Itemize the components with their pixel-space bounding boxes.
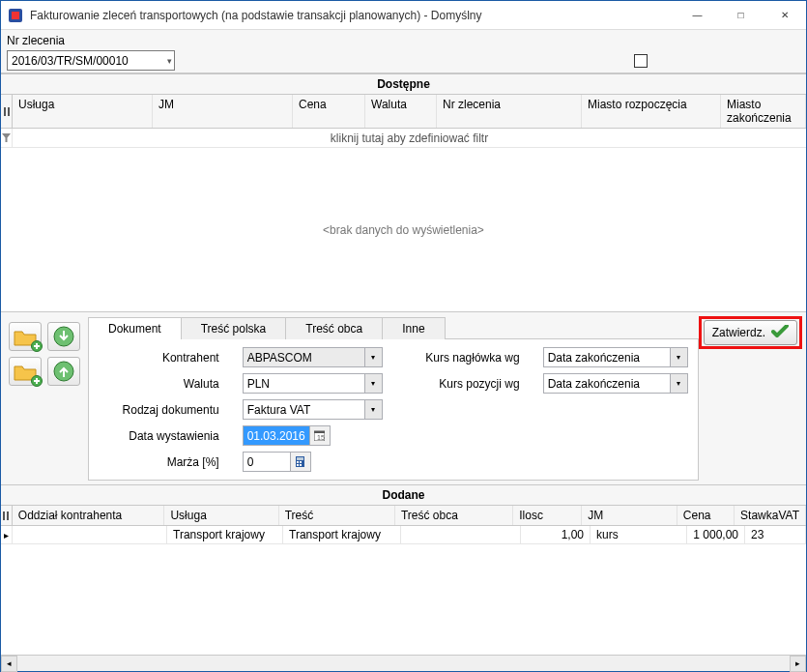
order-label: Nr zlecenia [7, 34, 800, 47]
col-vat[interactable]: StawkaVAT [735, 506, 806, 525]
label-rodzaj: Rodzaj dokumentu [99, 403, 223, 417]
svg-text:15: 15 [317, 434, 325, 441]
svg-rect-17 [300, 464, 302, 466]
svg-rect-10 [314, 431, 325, 433]
col-waluta[interactable]: Waluta [365, 95, 437, 128]
svg-rect-18 [3, 511, 5, 520]
tabstrip: Dokument Treść polska Treść obca Inne [88, 316, 699, 338]
label-waluta: Waluta [99, 377, 223, 391]
label-kontrahent: Kontrahent [99, 351, 223, 365]
col-tresc-obca[interactable]: Treść obca [395, 506, 513, 525]
approve-highlight: Zatwierdz. [699, 316, 802, 349]
order-number-combo[interactable]: 2016/03/TR/SM/00010 ▾ [7, 50, 175, 71]
col-jm2[interactable]: JM [582, 506, 677, 525]
calendar-icon[interactable]: 15 [310, 425, 331, 446]
col-miasto-zak[interactable]: Miasto zakończenia [721, 95, 806, 128]
minimize-button[interactable]: — [676, 1, 719, 29]
tab-inne[interactable]: Inne [382, 317, 445, 339]
chevron-down-icon: ▾ [364, 348, 382, 366]
section-added-header: Dodane [1, 484, 806, 506]
col-usluga2[interactable]: Usługa [164, 506, 278, 525]
col-tresc[interactable]: Treść [279, 506, 395, 525]
filter-hint-text: kliknij tutaj aby zdefiniować filtr [13, 131, 806, 145]
approve-button[interactable]: Zatwierdz. [704, 320, 797, 345]
table-row[interactable]: ▸ Transport krajowy Transport krajowy 1,… [1, 526, 806, 544]
row-selector-icon[interactable] [1, 506, 13, 525]
col-cena2[interactable]: Cena [677, 506, 735, 525]
maximize-button[interactable]: □ [719, 1, 763, 29]
svg-rect-13 [297, 457, 303, 460]
select-rodzaj-dokumentu[interactable]: Faktura VAT ▾ [243, 399, 383, 420]
unknown-checkbox[interactable] [634, 54, 648, 68]
titlebar: Fakturowanie zleceń transportowych (na p… [1, 1, 806, 30]
input-data-wystawienia[interactable]: 01.03.2016 15 [243, 425, 383, 446]
chevron-down-icon: ▾ [670, 348, 687, 366]
document-tabset: Dokument Treść polska Treść obca Inne Ko… [88, 316, 699, 481]
label-data-wystawienia: Data wystawienia [99, 429, 223, 443]
app-icon [7, 7, 24, 24]
svg-rect-2 [4, 107, 6, 116]
svg-rect-1 [12, 12, 19, 19]
scroll-left-icon[interactable]: ◂ [1, 656, 17, 672]
added-grid: Oddział kontrahenta Usługa Treść Treść o… [1, 506, 806, 655]
available-grid-header: Usługa JM Cena Waluta Nr zlecenia Miasto… [1, 95, 806, 129]
label-marza: Marża [%] [99, 455, 223, 469]
svg-rect-16 [297, 464, 299, 466]
scroll-right-icon[interactable]: ▸ [790, 656, 806, 672]
close-button[interactable]: ✕ [763, 1, 806, 29]
chevron-down-icon: ▾ [167, 56, 172, 66]
label-kurs-nagl: Kurs nagłówka wg [402, 351, 524, 365]
select-waluta[interactable]: PLN ▾ [243, 373, 383, 394]
tab-dokument[interactable]: Dokument [88, 317, 182, 339]
app-window: Fakturowanie zleceń transportowych (na p… [0, 0, 807, 672]
svg-rect-3 [8, 107, 10, 116]
horizontal-scrollbar[interactable]: ◂ ▸ [1, 655, 806, 671]
calculator-icon[interactable] [291, 452, 311, 472]
tab-tresc-obca[interactable]: Treść obca [285, 317, 383, 339]
move-up-button[interactable] [47, 357, 80, 386]
available-grid-filter-row[interactable]: kliknij tutaj aby zdefiniować filtr [1, 129, 806, 148]
approve-label: Zatwierdz. [712, 326, 765, 339]
order-toolbar: Nr zlecenia 2016/03/TR/SM/00010 ▾ [1, 30, 806, 73]
tab-body-dokument: Kontrahent ABPASCOM ▾ Kurs nagłówka wg D… [88, 338, 699, 481]
order-number-value: 2016/03/TR/SM/00010 [12, 54, 129, 68]
action-buttons [5, 316, 88, 481]
row-selector-icon[interactable] [1, 95, 13, 128]
tab-tresc-polska[interactable]: Treść polska [181, 317, 287, 339]
window-title: Fakturowanie zleceń transportowych (na p… [30, 9, 676, 22]
section-available-header: Dostępne [1, 73, 806, 95]
col-ilosc[interactable]: Ilosc [513, 506, 582, 525]
checkmark-icon [771, 325, 789, 341]
col-oddzial[interactable]: Oddział kontrahenta [13, 506, 165, 525]
svg-marker-4 [2, 133, 11, 142]
col-nr-zlecenia[interactable]: Nr zlecenia [437, 95, 582, 128]
svg-rect-14 [297, 461, 299, 463]
available-grid-empty: <brak danych do wyświetlenia> [1, 148, 806, 311]
select-kurs-nagl[interactable]: Data zakończenia ▾ [543, 347, 688, 367]
chevron-down-icon: ▾ [364, 400, 382, 419]
middle-panel: Dokument Treść polska Treść obca Inne Ko… [1, 311, 806, 484]
col-usluga[interactable]: Usługa [13, 95, 153, 128]
col-miasto-rozp[interactable]: Miasto rozpoczęcia [582, 95, 721, 128]
col-jm[interactable]: JM [153, 95, 293, 128]
add-button[interactable] [9, 322, 42, 351]
remove-button[interactable] [9, 357, 42, 386]
input-marza[interactable]: 0 [243, 452, 383, 472]
current-row-icon: ▸ [1, 526, 13, 543]
svg-rect-19 [7, 511, 9, 520]
input-kontrahent[interactable]: ABPASCOM ▾ [243, 347, 383, 367]
svg-rect-15 [300, 461, 302, 463]
added-grid-header: Oddział kontrahenta Usługa Treść Treść o… [1, 506, 806, 526]
chevron-down-icon: ▾ [364, 374, 382, 393]
select-kurs-poz[interactable]: Data zakończenia ▾ [543, 373, 688, 394]
label-kurs-poz: Kurs pozycji wg [402, 377, 524, 391]
col-cena[interactable]: Cena [293, 95, 365, 128]
filter-funnel-icon [1, 129, 13, 147]
chevron-down-icon: ▾ [670, 374, 687, 393]
move-down-button[interactable] [47, 322, 80, 351]
available-grid: Usługa JM Cena Waluta Nr zlecenia Miasto… [1, 95, 806, 311]
